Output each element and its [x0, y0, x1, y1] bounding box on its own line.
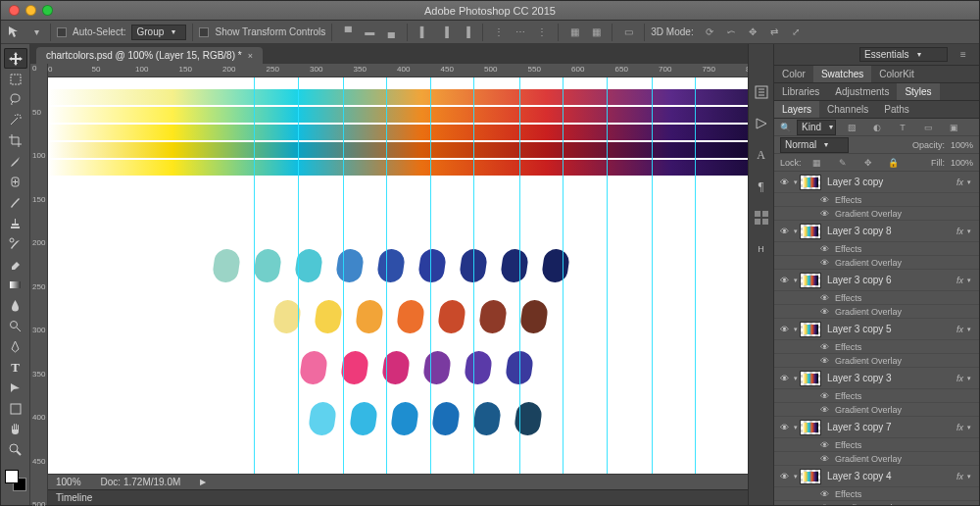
visibility-toggle-icon[interactable]: 👁: [817, 356, 831, 366]
shape-tool[interactable]: [4, 398, 27, 419]
blur-tool[interactable]: [4, 295, 27, 316]
layer-effect-item[interactable]: 👁Gradient Overlay: [774, 452, 979, 466]
canvas[interactable]: [48, 77, 748, 474]
distribute-icon[interactable]: ⋮: [532, 23, 552, 42]
workspace-switcher[interactable]: Essentials: [859, 47, 948, 62]
layer-effect-item[interactable]: 👁Gradient Overlay: [774, 403, 979, 417]
fx-expand-icon[interactable]: ▾: [967, 178, 971, 186]
layer-row[interactable]: 👁▾Layer 3 copyfx▾: [774, 172, 979, 193]
guide-line[interactable]: [519, 77, 520, 474]
layer-filter-dropdown[interactable]: Kind: [797, 120, 836, 135]
info-panel-icon[interactable]: H: [753, 240, 770, 258]
layer-effects-row[interactable]: 👁Effects: [774, 193, 979, 207]
align-bottom-icon[interactable]: ▄: [381, 23, 401, 42]
3d-slide-icon[interactable]: ⇄: [764, 23, 784, 42]
character-panel-icon[interactable]: A: [753, 146, 770, 164]
lock-transparent-icon[interactable]: ▦: [808, 153, 827, 173]
fx-expand-icon[interactable]: ▾: [967, 424, 971, 431]
history-panel-icon[interactable]: [753, 83, 770, 101]
swatches-panel-icon[interactable]: [753, 209, 770, 227]
layer-name[interactable]: Layer 3 copy 4: [827, 471, 956, 481]
3d-pan-icon[interactable]: ✥: [743, 23, 762, 42]
fx-badge[interactable]: fx: [956, 276, 963, 285]
layer-effects-row[interactable]: 👁Effects: [774, 291, 979, 305]
gradient-tool[interactable]: [4, 275, 27, 295]
eyedropper-tool[interactable]: [4, 151, 27, 172]
filter-shape-icon[interactable]: ▭: [918, 118, 938, 137]
layer-row[interactable]: 👁▾Layer 3 copy 5fx▾: [774, 319, 979, 340]
layer-effect-item[interactable]: 👁Gradient Overlay: [774, 354, 979, 368]
layer-thumbnail[interactable]: [800, 224, 821, 239]
visibility-toggle-icon[interactable]: 👁: [817, 489, 831, 499]
expand-icon[interactable]: ▾: [794, 228, 798, 235]
fill-value[interactable]: 100%: [951, 158, 973, 168]
vertical-ruler[interactable]: 050100150200250300350400450500: [30, 64, 48, 505]
visibility-toggle-icon[interactable]: 👁: [817, 454, 831, 464]
fx-badge[interactable]: fx: [956, 325, 963, 334]
align-top-icon[interactable]: ▀: [338, 23, 358, 42]
visibility-toggle-icon[interactable]: 👁: [817, 391, 831, 401]
visibility-toggle-icon[interactable]: 👁: [774, 423, 794, 432]
guide-line[interactable]: [298, 77, 299, 474]
guide-line[interactable]: [343, 77, 344, 474]
layer-name[interactable]: Layer 3 copy 6: [827, 275, 956, 285]
layer-thumbnail[interactable]: [800, 175, 821, 190]
auto-align-icon[interactable]: ▦: [586, 23, 606, 42]
visibility-toggle-icon[interactable]: 👁: [774, 177, 794, 187]
guide-line[interactable]: [254, 77, 255, 474]
layer-effects-row[interactable]: 👁Effects: [774, 340, 979, 354]
lasso-tool[interactable]: [4, 89, 27, 110]
zoom-level[interactable]: 100%: [56, 477, 81, 487]
layer-effect-item[interactable]: 👁Gradient Overlay: [774, 501, 979, 505]
expand-icon[interactable]: ▾: [794, 424, 798, 431]
layer-effects-row[interactable]: 👁Effects: [774, 389, 979, 403]
search-icon[interactable]: ≡: [954, 45, 973, 65]
layer-row[interactable]: 👁▾Layer 3 copy 6fx▾: [774, 270, 979, 291]
distribute-icon[interactable]: ⋮: [489, 23, 509, 42]
layer-thumbnail[interactable]: [800, 371, 821, 386]
layer-effect-item[interactable]: 👁Gradient Overlay: [774, 256, 979, 270]
dodge-tool[interactable]: [4, 316, 27, 336]
layer-name[interactable]: Layer 3 copy: [827, 177, 956, 187]
tab-styles[interactable]: Styles: [897, 83, 939, 100]
expand-icon[interactable]: ▾: [794, 178, 798, 186]
auto-select-checkbox[interactable]: [57, 27, 67, 37]
filter-type-icon[interactable]: T: [893, 118, 912, 137]
fx-badge[interactable]: fx: [956, 423, 963, 432]
move-tool[interactable]: [4, 48, 27, 69]
guide-line[interactable]: [607, 77, 608, 474]
lock-all-icon[interactable]: 🔒: [884, 153, 904, 173]
layer-name[interactable]: Layer 3 copy 7: [827, 422, 956, 432]
path-selection-tool[interactable]: [4, 378, 27, 398]
guide-line[interactable]: [695, 77, 696, 474]
align-left-icon[interactable]: ▌: [414, 23, 433, 42]
visibility-toggle-icon[interactable]: 👁: [817, 440, 831, 450]
actions-panel-icon[interactable]: [753, 115, 770, 132]
3d-scale-icon[interactable]: ⤢: [786, 23, 806, 42]
brush-tool[interactable]: [4, 192, 27, 213]
tab-paths[interactable]: Paths: [876, 101, 917, 118]
expand-icon[interactable]: ▾: [794, 326, 798, 333]
auto-align-icon[interactable]: ▦: [564, 23, 584, 42]
hand-tool[interactable]: [4, 419, 27, 439]
fx-badge[interactable]: fx: [956, 227, 963, 236]
filter-pixel-icon[interactable]: ▧: [842, 118, 861, 137]
guide-line[interactable]: [386, 77, 387, 474]
expand-icon[interactable]: ▾: [794, 277, 798, 284]
tab-color[interactable]: Color: [774, 66, 813, 82]
guide-line[interactable]: [473, 77, 474, 474]
tab-libraries[interactable]: Libraries: [774, 83, 827, 100]
layer-thumbnail[interactable]: [800, 273, 821, 288]
guide-line[interactable]: [652, 77, 653, 474]
layer-name[interactable]: Layer 3 copy 3: [827, 373, 956, 383]
visibility-toggle-icon[interactable]: 👁: [817, 342, 831, 352]
type-tool[interactable]: T: [4, 357, 27, 378]
status-arrow-icon[interactable]: ▶: [200, 478, 206, 486]
fx-expand-icon[interactable]: ▾: [967, 473, 971, 481]
filter-smart-icon[interactable]: ▣: [944, 118, 963, 137]
artboard-icon[interactable]: ▭: [618, 23, 638, 42]
pen-tool[interactable]: [4, 336, 27, 357]
visibility-toggle-icon[interactable]: 👁: [817, 209, 831, 219]
lock-image-icon[interactable]: ✎: [833, 153, 853, 173]
zoom-tool[interactable]: [4, 439, 27, 460]
